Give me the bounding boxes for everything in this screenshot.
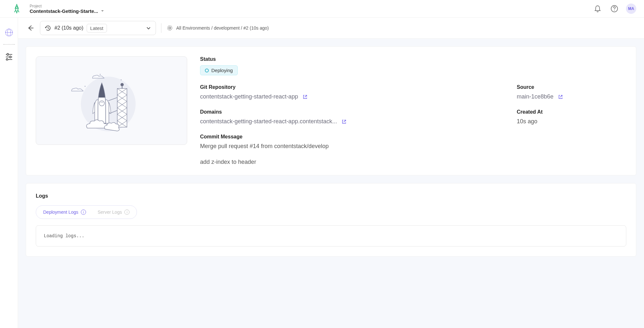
notifications-button[interactable]	[592, 4, 603, 14]
deployment-name: #2 (10s ago)	[54, 25, 83, 31]
info-icon: i	[124, 210, 130, 215]
avatar[interactable]: MA	[626, 4, 636, 14]
svg-point-2	[614, 10, 615, 11]
logs-card: Logs Deployment Logs i Server Logs i Loa…	[26, 183, 636, 257]
history-icon	[45, 25, 51, 31]
breadcrumb: All Environments / development / #2 (10s…	[167, 25, 269, 31]
log-tabs: Deployment Logs i Server Logs i	[36, 205, 137, 219]
tab-deployment-label: Deployment Logs	[43, 210, 78, 215]
breadcrumb-text: All Environments / development / #2 (10s…	[176, 25, 269, 31]
git-repo-link[interactable]	[303, 94, 308, 99]
svg-point-17	[85, 86, 86, 87]
status-circle-icon	[205, 69, 209, 72]
content-area: Status Deploying Git Repository contents…	[18, 39, 644, 328]
commit-label: Commit Message	[200, 134, 626, 140]
back-button[interactable]	[26, 23, 35, 33]
target-icon	[167, 25, 173, 31]
sub-header: #2 (10s ago) Latest All Environments / d…	[18, 18, 644, 39]
domains-label: Domains	[200, 109, 504, 115]
source-label: Source	[517, 84, 626, 90]
status-label: Status	[200, 56, 626, 62]
created-at-label: Created At	[517, 109, 626, 115]
arrow-left-icon	[27, 24, 34, 32]
top-header: Project Contentstack-Getting-Starte... M…	[0, 0, 644, 18]
sidebar-item-settings[interactable]	[4, 51, 14, 61]
caret-down-icon	[101, 9, 104, 13]
status-badge: Deploying	[200, 65, 238, 75]
svg-point-12	[168, 26, 172, 30]
svg-point-0	[16, 7, 18, 9]
status-value: Deploying	[211, 68, 233, 73]
logs-output: Loading logs...	[36, 225, 626, 247]
chevron-down-icon	[146, 25, 151, 31]
globe-icon	[5, 28, 14, 37]
source-link[interactable]	[558, 94, 563, 99]
svg-point-3	[5, 29, 13, 36]
rocket-icon	[13, 4, 21, 14]
commit-value: Merge pull request #14 from contentstack…	[200, 143, 626, 150]
info-icon: i	[81, 210, 86, 215]
git-repo-value: contentstack-getting-started-react-app	[200, 93, 298, 100]
domains-link[interactable]	[341, 119, 347, 124]
external-link-icon	[558, 94, 563, 99]
left-sidebar	[0, 18, 18, 328]
svg-point-4	[7, 29, 11, 36]
commit-extra: add z-index to header	[200, 159, 626, 165]
tab-server-logs[interactable]: Server Logs i	[92, 207, 135, 217]
svg-rect-9	[10, 56, 11, 58]
deployment-details-card: Status Deploying Git Repository contents…	[26, 46, 636, 175]
divider	[161, 23, 161, 33]
svg-point-16	[121, 79, 122, 80]
tab-deployment-logs[interactable]: Deployment Logs i	[37, 207, 92, 217]
domains-value: contentstack-getting-started-react-app.c…	[200, 118, 337, 125]
help-button[interactable]	[609, 4, 620, 14]
logs-title: Logs	[36, 193, 626, 199]
git-repo-label: Git Repository	[200, 84, 504, 90]
tab-server-label: Server Logs	[98, 210, 122, 215]
svg-point-35	[99, 101, 104, 106]
project-name: Contentstack-Getting-Starte...	[30, 8, 98, 14]
svg-rect-18	[117, 89, 127, 127]
deployment-preview	[36, 56, 187, 145]
svg-rect-11	[6, 59, 8, 61]
help-icon	[610, 5, 618, 13]
external-link-icon	[303, 94, 308, 99]
sidebar-divider	[3, 44, 15, 45]
project-label: Project	[30, 4, 592, 8]
latest-badge: Latest	[87, 24, 107, 33]
project-selector[interactable]: Contentstack-Getting-Starte...	[30, 8, 592, 14]
external-link-icon	[341, 119, 347, 124]
svg-rect-7	[7, 53, 8, 55]
deployment-selector[interactable]: #2 (10s ago) Latest	[40, 21, 156, 35]
created-at-value: 10s ago	[517, 118, 626, 125]
rocket-illustration	[70, 65, 153, 136]
svg-point-31	[120, 83, 124, 86]
main-area: #2 (10s ago) Latest All Environments / d…	[18, 18, 644, 328]
bell-icon	[594, 5, 601, 13]
source-value: main-1ce8b6e	[517, 93, 553, 100]
svg-point-15	[100, 74, 101, 75]
sidebar-item-environments[interactable]	[4, 27, 14, 38]
app-logo[interactable]	[8, 4, 26, 14]
sliders-icon	[5, 52, 13, 61]
svg-point-13	[169, 27, 171, 29]
